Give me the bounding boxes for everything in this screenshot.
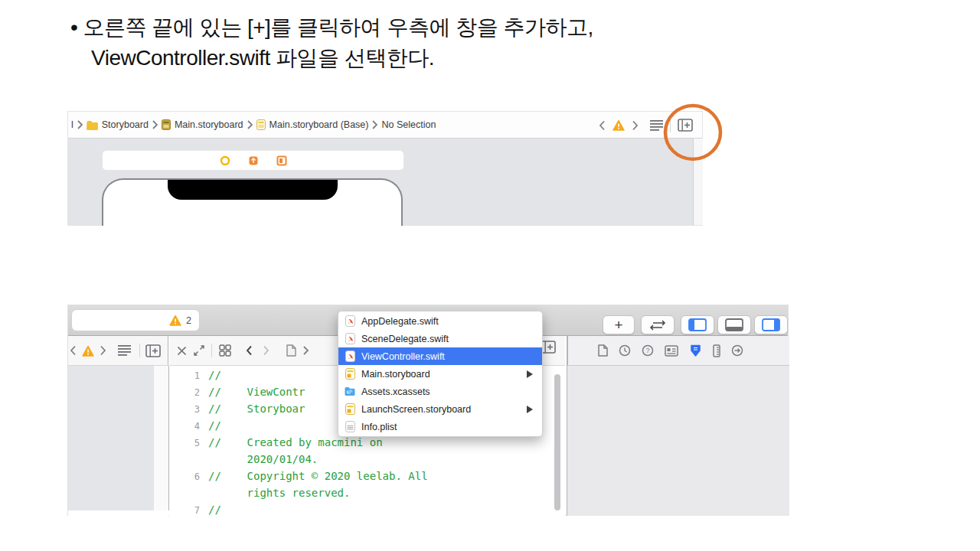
assets-icon: [345, 386, 355, 397]
storyboard-jump-bar: [68, 336, 168, 366]
code-line: 5// Created by macmini on: [169, 436, 552, 453]
navigator-panel-icon: [688, 318, 707, 331]
inspector-panel: [567, 366, 789, 516]
menu-item[interactable]: Assets.xcassets: [338, 383, 542, 400]
menu-item[interactable]: AppDelegate.swift: [338, 312, 542, 330]
attributes-inspector-icon[interactable]: [689, 344, 702, 357]
scrollbar-track[interactable]: [693, 139, 703, 225]
divider: [670, 119, 671, 132]
toggle-navigator-button[interactable]: [681, 315, 714, 334]
next-issue-button[interactable]: [632, 120, 639, 131]
forward-button[interactable]: [263, 345, 270, 356]
warning-icon[interactable]: [612, 119, 625, 131]
first-responder-icon[interactable]: [248, 155, 259, 166]
menu-item-selected[interactable]: ViewController.swift: [338, 347, 542, 365]
bullet: •: [70, 15, 77, 39]
connections-inspector-icon[interactable]: [731, 344, 743, 357]
submenu-arrow-icon: [527, 406, 533, 413]
code-review-button[interactable]: [641, 315, 675, 334]
warning-count[interactable]: 2: [186, 315, 191, 326]
storyboard-canvas: [68, 139, 702, 225]
history-inspector-icon[interactable]: [619, 344, 631, 357]
iphone-notch: [168, 180, 338, 200]
iphone-device-outline: [102, 178, 403, 226]
scrollbar-thumb[interactable]: [554, 374, 560, 510]
identity-inspector-icon[interactable]: [665, 345, 678, 357]
menu-item[interactable]: LaunchScreen.storyboard: [338, 400, 542, 418]
inspector-panel-icon: [762, 318, 780, 331]
toggle-inspector-button[interactable]: [754, 315, 788, 334]
add-editor-button[interactable]: [541, 341, 556, 357]
breadcrumb-prefix: l: [71, 119, 74, 130]
toggle-debug-area-button[interactable]: [717, 315, 751, 334]
next-issue-button[interactable]: [100, 345, 106, 356]
debug-panel-icon: [725, 318, 743, 331]
back-button[interactable]: [246, 345, 253, 356]
horizontal-scrollbar-track[interactable]: [68, 510, 168, 516]
scene-header-bar: [102, 150, 404, 171]
submenu-arrow-icon: [527, 370, 533, 378]
swift-file-icon: [345, 350, 355, 362]
close-editor-icon[interactable]: [177, 346, 187, 356]
scrollbar-track[interactable]: [154, 366, 168, 510]
previous-issue-button[interactable]: [70, 345, 77, 356]
chevron-right-icon: [152, 120, 158, 129]
exit-icon[interactable]: [276, 155, 287, 166]
minimap-options-icon[interactable]: [118, 344, 131, 357]
instruction-line-2: ViewController.swift 파일을 선택한다.: [91, 43, 593, 73]
code-line: rights reserved.: [169, 487, 552, 504]
svg-text:?: ?: [645, 347, 649, 354]
inspector-toolbar: ?: [567, 336, 789, 366]
storyboard-icon: [345, 368, 355, 380]
xcode-jumpbar-screenshot: l Storyboard Main.storyboard Main.storyb…: [67, 111, 703, 226]
xcode-split-editor-screenshot: 2 +: [67, 305, 789, 516]
file-icon[interactable]: [286, 344, 296, 357]
swift-file-icon: [345, 333, 355, 344]
focus-editor-icon[interactable]: [194, 345, 204, 356]
chevron-right-icon: [372, 120, 377, 129]
divider: [139, 344, 140, 357]
code-line: 7//: [169, 504, 552, 520]
code-line: 6// Copyright © 2020 leelab. All: [169, 470, 552, 487]
warning-icon[interactable]: [82, 345, 94, 357]
breadcrumb-item[interactable]: Main.storyboard (Base): [270, 119, 369, 130]
instruction-line-1: 오른쪽 끝에 있는 [+]를 클릭하여 우측에 창을 추가하고,: [83, 15, 593, 39]
menu-item[interactable]: Main.storyboard: [338, 365, 542, 383]
storyboard-icon: [345, 403, 355, 415]
swap-arrows-icon: [648, 320, 667, 331]
chevron-right-icon: [303, 346, 309, 355]
add-editor-button[interactable]: [145, 344, 161, 357]
chevron-right-icon: [77, 120, 83, 129]
divider: [211, 344, 212, 357]
file-inspector-icon[interactable]: [597, 344, 608, 357]
menu-item[interactable]: SceneDelegate.swift: [338, 330, 542, 347]
jump-bar: l Storyboard Main.storyboard Main.storyb…: [68, 112, 702, 139]
storyboard-dark-icon: [162, 119, 171, 130]
quick-help-inspector-icon[interactable]: ?: [642, 344, 654, 357]
minimap-options-icon[interactable]: [650, 119, 663, 132]
storyboard-light-icon: [256, 119, 266, 130]
menu-item[interactable]: Info.plist: [338, 418, 542, 435]
previous-issue-button[interactable]: [599, 120, 606, 131]
activity-viewer: 2: [71, 309, 200, 331]
code-line: 2020/01/04.: [169, 453, 552, 470]
storyboard-canvas: [68, 366, 154, 510]
file-dropdown-menu: AppDelegate.swift SceneDelegate.swift Vi…: [338, 311, 543, 437]
breadcrumb-item[interactable]: Storyboard: [102, 119, 149, 130]
plist-icon: [345, 421, 355, 432]
chevron-right-icon: [247, 120, 253, 129]
breadcrumb-item[interactable]: Main.storyboard: [175, 119, 243, 130]
view-controller-icon[interactable]: [220, 155, 230, 166]
swift-file-icon: [345, 315, 355, 327]
slide-instruction-text: • 오른쪽 끝에 있는 [+]를 클릭하여 우측에 창을 추가하고, ViewC…: [70, 12, 593, 73]
add-editor-button[interactable]: [678, 119, 693, 132]
library-button[interactable]: +: [603, 315, 635, 334]
breadcrumb-item[interactable]: No Selection: [381, 119, 436, 130]
folder-icon: [87, 120, 98, 130]
plus-icon: +: [614, 317, 622, 334]
warning-icon[interactable]: [169, 315, 181, 326]
size-inspector-icon[interactable]: [713, 344, 720, 357]
related-items-icon[interactable]: [219, 344, 231, 357]
